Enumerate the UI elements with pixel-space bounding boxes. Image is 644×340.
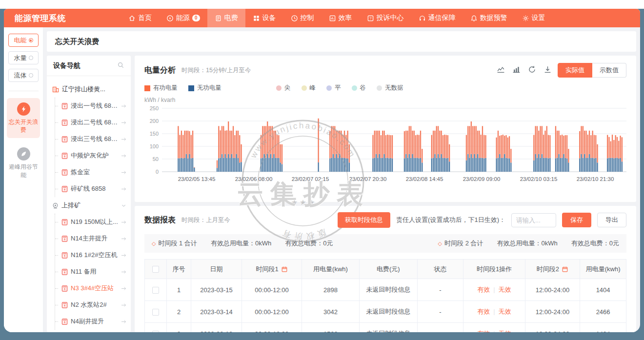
nav-item-control[interactable]: 控制 xyxy=(283,9,322,27)
action-invalid[interactable]: 无效 xyxy=(499,286,511,293)
legend-period-item[interactable]: 谷 xyxy=(352,84,366,92)
tree-item[interactable]: 炼金室 xyxy=(55,164,127,180)
tree-item[interactable]: 碎矿线 6858 xyxy=(55,180,127,197)
tree-item-label: 碎矿线 6858 xyxy=(71,184,118,193)
cell-cost: 未返回时段信息 xyxy=(360,323,417,333)
row-checkbox[interactable] xyxy=(152,287,159,294)
arrow-right-icon xyxy=(121,136,127,142)
toggle-display-value[interactable]: 示数值 xyxy=(592,63,626,78)
toggle-actual-value[interactable]: 实际值 xyxy=(558,63,592,78)
nav-item-settings[interactable]: 设置 xyxy=(515,9,553,27)
tree-item[interactable]: N16 1#2#空压机 xyxy=(55,247,127,263)
arrow-right-icon xyxy=(121,252,127,259)
tree-item[interactable]: N11 备用 xyxy=(55,263,127,280)
column-label: 时间段1操作 xyxy=(477,265,512,273)
action-invalid[interactable]: 无效 xyxy=(499,330,511,332)
arrow-right-icon[interactable] xyxy=(121,153,127,159)
action-valid[interactable]: 有效 xyxy=(477,308,490,315)
legend-period-item[interactable]: 尖 xyxy=(276,84,291,92)
search-icon xyxy=(117,61,124,69)
home-icon xyxy=(128,15,136,22)
legend-series-item[interactable]: 有功电量 xyxy=(144,84,178,92)
arrow-right-icon[interactable] xyxy=(121,219,127,225)
tree-item-label: 炼金室 xyxy=(71,168,118,177)
column-header: 用电量(kwh) xyxy=(302,260,359,279)
tree-item-label: 浸出三号线 6853 xyxy=(71,135,118,143)
tree-item[interactable]: 浸出三号线 6853 xyxy=(55,131,127,147)
arrow-right-icon[interactable] xyxy=(121,136,127,142)
action-valid[interactable]: 有效 xyxy=(477,286,490,293)
row-checkbox[interactable] xyxy=(152,331,159,332)
tree-item[interactable]: N19 150M以上... xyxy=(55,214,127,230)
nav-item-comm[interactable]: 通信保障 xyxy=(411,9,463,27)
tree-item[interactable]: N14主井提升 xyxy=(55,230,127,247)
legend-label: 尖 xyxy=(284,84,291,92)
legend-series-item[interactable]: 无功电量 xyxy=(188,84,221,92)
legend-period-item[interactable]: 峰 xyxy=(302,84,316,92)
device-nav-panel: 设备导航 辽宁排山楼黄...浸出一号线 6851浸出二号线 6852浸出三号线 … xyxy=(47,56,131,332)
nav-item-alert[interactable]: 数据预警 xyxy=(463,9,515,27)
arrow-right-icon[interactable] xyxy=(121,236,127,242)
tree-item[interactable]: N2 水泵站2# xyxy=(55,297,127,313)
nav-item-home[interactable]: 首页 xyxy=(121,9,159,27)
nav-item-device[interactable]: 设备 xyxy=(245,9,283,27)
legend-period-item[interactable]: 平 xyxy=(326,84,341,92)
action-invalid[interactable]: 无效 xyxy=(499,308,511,315)
owner-input[interactable] xyxy=(511,213,556,227)
toggle-label: 流体 xyxy=(14,71,27,80)
tree-item[interactable]: 中频炉灰化炉 xyxy=(55,147,127,164)
download-icon xyxy=(543,65,552,74)
nav-badge: 0 xyxy=(192,15,200,21)
chevron-down-icon[interactable] xyxy=(121,202,127,209)
sidebar-module-forget-switch-waste[interactable]: 忘关开关浪费 xyxy=(7,98,40,138)
nav-item-bill[interactable]: 电费 xyxy=(207,9,245,27)
legend-period-item[interactable]: 无数据 xyxy=(377,84,403,92)
row-checkbox[interactable] xyxy=(152,309,159,316)
column-header: 序号 xyxy=(167,260,191,279)
arrow-right-icon[interactable] xyxy=(121,302,127,308)
column-label: 电费(元) xyxy=(377,265,400,273)
fetch-period-button[interactable]: 获取时段信息 xyxy=(338,212,390,228)
nav-item-efficiency[interactable]: 效率 xyxy=(322,9,360,27)
arrow-right-icon[interactable] xyxy=(121,186,127,192)
chart-tool-download[interactable] xyxy=(543,65,552,76)
tree-item[interactable]: 浸出一号线 6851 xyxy=(55,98,127,114)
arrow-right-icon[interactable] xyxy=(121,120,127,126)
arrow-right-icon xyxy=(121,269,127,275)
arrow-right-icon[interactable] xyxy=(121,269,127,275)
chart-tool-refresh[interactable] xyxy=(528,65,536,76)
tree-item[interactable]: 浸出二号线 6852 xyxy=(55,114,127,131)
select-all-checkbox[interactable] xyxy=(152,266,159,273)
bar-chart: 05010015020025023/02/05 13:4523/02/06 08… xyxy=(144,104,626,184)
arrow-right-icon[interactable] xyxy=(121,169,127,176)
arrow-right-icon[interactable] xyxy=(121,252,127,259)
sidebar-toggle-water[interactable]: 水量 xyxy=(8,51,39,64)
chart-tool-line-chart[interactable] xyxy=(497,65,505,76)
search-icon[interactable] xyxy=(117,61,124,70)
svg-text:23/02/08 14:45: 23/02/08 14:45 xyxy=(406,176,443,182)
calendar-icon xyxy=(281,266,288,273)
meter-icon xyxy=(61,285,68,292)
arrow-right-icon[interactable] xyxy=(121,103,127,109)
tree-item-label: 浸出一号线 6851 xyxy=(71,101,118,110)
cell-period1: 00:00-12:00 xyxy=(242,279,302,301)
content-column: 电量分析 时间段：15分钟/上月至今 实际值 示数值 有功电量无功电量尖峰平谷无… xyxy=(135,56,636,332)
cell-energy2: 1404 xyxy=(580,279,626,301)
save-button[interactable]: 保存 xyxy=(562,213,591,227)
sidebar-toggle-fluid[interactable]: 流体 xyxy=(8,69,39,82)
arrow-right-icon[interactable] xyxy=(121,285,127,292)
chart-tool-bar-chart[interactable] xyxy=(512,65,521,76)
tree-item[interactable]: N4副井提升 xyxy=(55,313,127,330)
tree-root-node[interactable]: 辽宁排山楼黄... xyxy=(52,81,127,98)
tree-item[interactable]: N3 3#4#空压站 xyxy=(55,280,127,297)
nav-item-energy[interactable]: 能源0 xyxy=(159,9,207,27)
tree-group-node[interactable]: 上排矿 xyxy=(52,197,127,214)
nav-item-complaint[interactable]: ?投诉中心 xyxy=(360,9,411,27)
export-button[interactable]: 导出 xyxy=(597,213,626,227)
arrow-right-icon xyxy=(121,236,127,242)
arrow-right-icon[interactable] xyxy=(121,319,127,325)
sidebar-toggle-electric[interactable]: 电能 xyxy=(8,34,39,47)
sidebar-module-peak-valley-saving[interactable]: 避峰用谷节能 xyxy=(7,143,40,183)
action-valid[interactable]: 有效 xyxy=(477,330,490,332)
meter-icon xyxy=(61,318,68,325)
